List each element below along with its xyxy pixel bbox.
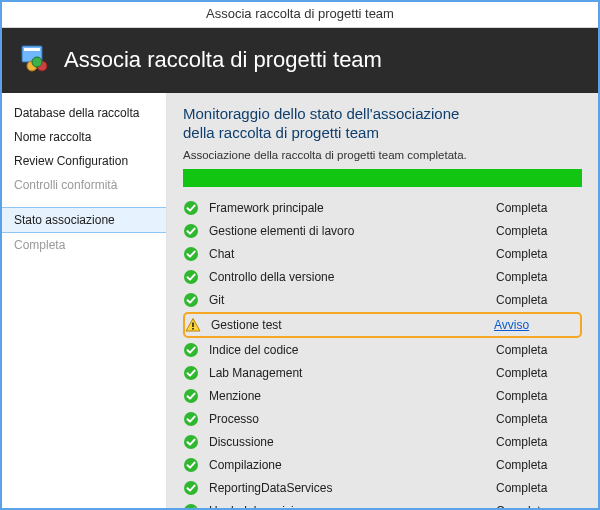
- page-subtitle: Associazione della raccolta di progetti …: [183, 149, 582, 161]
- header: Associa raccolta di progetti team: [2, 28, 598, 93]
- svg-rect-11: [192, 328, 194, 330]
- svg-point-19: [184, 504, 198, 509]
- window-title: Associa raccolta di progetti team: [206, 6, 394, 21]
- step-status: Completa: [496, 224, 576, 238]
- check-icon: [183, 200, 199, 216]
- step-status: Completa: [496, 481, 576, 495]
- step-label: ReportingDataServices: [209, 481, 496, 495]
- step-row: GitCompleta: [183, 289, 582, 311]
- step-status: Completa: [496, 504, 576, 509]
- step-row: ChatCompleta: [183, 243, 582, 265]
- step-status: Completa: [496, 435, 576, 449]
- svg-point-16: [184, 435, 198, 449]
- check-icon: [183, 365, 199, 381]
- svg-point-9: [184, 293, 198, 307]
- sidebar-item[interactable]: Nome raccolta: [2, 125, 166, 149]
- step-status: Completa: [496, 201, 576, 215]
- wizard-sidebar: Database della raccoltaNome raccoltaRevi…: [2, 93, 167, 508]
- step-label: Discussione: [209, 435, 496, 449]
- check-icon: [183, 246, 199, 262]
- svg-point-17: [184, 458, 198, 472]
- sidebar-item[interactable]: Database della raccolta: [2, 101, 166, 125]
- step-status: Completa: [496, 412, 576, 426]
- svg-point-18: [184, 481, 198, 495]
- step-status: Completa: [496, 293, 576, 307]
- step-row: CompilazioneCompleta: [183, 454, 582, 476]
- check-icon: [183, 503, 199, 509]
- step-list: Framework principaleCompletaGestione ele…: [183, 197, 582, 509]
- svg-point-14: [184, 389, 198, 403]
- check-icon: [183, 434, 199, 450]
- team-collection-icon: [20, 42, 52, 77]
- step-label: Controllo della versione: [209, 270, 496, 284]
- window-titlebar: Associa raccolta di progetti team: [2, 2, 598, 28]
- dialog-window: Associa raccolta di progetti team Associ…: [0, 0, 600, 510]
- step-row: Indice del codiceCompleta: [183, 339, 582, 361]
- svg-point-15: [184, 412, 198, 426]
- progress-bar: [183, 169, 582, 187]
- step-status: Completa: [496, 458, 576, 472]
- svg-rect-1: [24, 48, 40, 51]
- step-label: Indice del codice: [209, 343, 496, 357]
- step-status-link[interactable]: Avviso: [494, 318, 574, 332]
- step-label: Processo: [209, 412, 496, 426]
- step-label: Menzione: [209, 389, 496, 403]
- step-row: Gestione testAvviso: [183, 312, 582, 338]
- header-title: Associa raccolta di progetti team: [64, 47, 382, 73]
- page-title: Monitoraggio dello stato dell'associazio…: [183, 105, 582, 143]
- step-label: Hook del servizio: [209, 504, 496, 509]
- step-row: Hook del servizioCompleta: [183, 500, 582, 509]
- check-icon: [183, 480, 199, 496]
- check-icon: [183, 292, 199, 308]
- svg-point-8: [184, 270, 198, 284]
- step-row: Controllo della versioneCompleta: [183, 266, 582, 288]
- step-label: Chat: [209, 247, 496, 261]
- step-row: Gestione elementi di lavoroCompleta: [183, 220, 582, 242]
- warning-icon: [185, 317, 201, 333]
- svg-rect-10: [192, 322, 194, 327]
- page-title-line1: Monitoraggio dello stato dell'associazio…: [183, 105, 459, 122]
- check-icon: [183, 388, 199, 404]
- step-row: DiscussioneCompleta: [183, 431, 582, 453]
- check-icon: [183, 457, 199, 473]
- svg-point-4: [32, 57, 42, 67]
- step-row: MenzioneCompleta: [183, 385, 582, 407]
- step-status: Completa: [496, 366, 576, 380]
- step-label: Gestione elementi di lavoro: [209, 224, 496, 238]
- step-status: Completa: [496, 343, 576, 357]
- check-icon: [183, 269, 199, 285]
- step-row: Lab ManagementCompleta: [183, 362, 582, 384]
- body: Database della raccoltaNome raccoltaRevi…: [2, 93, 598, 508]
- svg-point-7: [184, 247, 198, 261]
- step-status: Completa: [496, 247, 576, 261]
- svg-point-6: [184, 224, 198, 238]
- step-row: Framework principaleCompleta: [183, 197, 582, 219]
- step-row: ProcessoCompleta: [183, 408, 582, 430]
- sidebar-item[interactable]: Stato associazione: [2, 207, 166, 233]
- main-panel: Monitoraggio dello stato dell'associazio…: [167, 93, 598, 508]
- step-status: Completa: [496, 389, 576, 403]
- svg-point-5: [184, 201, 198, 215]
- step-label: Framework principale: [209, 201, 496, 215]
- step-row: ReportingDataServicesCompleta: [183, 477, 582, 499]
- svg-point-13: [184, 366, 198, 380]
- sidebar-item: Controlli conformità: [2, 173, 166, 197]
- sidebar-item[interactable]: Review Configuration: [2, 149, 166, 173]
- step-label: Compilazione: [209, 458, 496, 472]
- step-status: Completa: [496, 270, 576, 284]
- svg-point-12: [184, 343, 198, 357]
- step-label: Lab Management: [209, 366, 496, 380]
- check-icon: [183, 342, 199, 358]
- check-icon: [183, 223, 199, 239]
- step-label: Gestione test: [211, 318, 494, 332]
- check-icon: [183, 411, 199, 427]
- sidebar-item: Completa: [2, 233, 166, 257]
- step-label: Git: [209, 293, 496, 307]
- page-title-line2: della raccolta di progetti team: [183, 124, 379, 141]
